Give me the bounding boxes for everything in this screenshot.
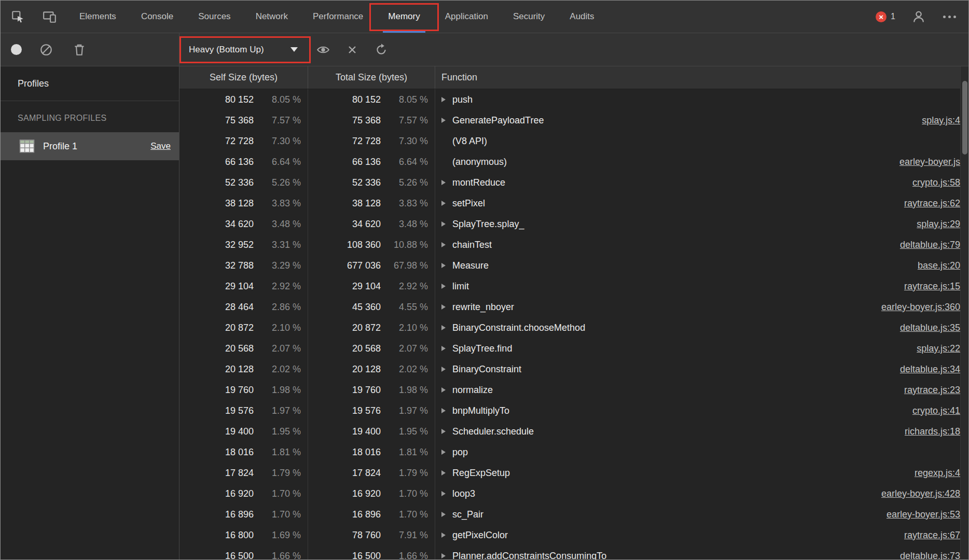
expand-arrow[interactable] [441,242,452,247]
table-row[interactable]: 29 104 2.92 % 29 104 2.92 % limit raytra… [179,276,960,297]
expand-arrow[interactable] [441,159,452,164]
column-header-total-size[interactable]: Total Size (bytes) [308,66,435,89]
source-link[interactable]: earley-boyer.js:360 [881,302,960,313]
table-row[interactable]: 66 136 6.64 % 66 136 6.64 % (anonymous) … [179,151,960,172]
tab-network[interactable]: Network [243,1,300,33]
expand-arrow[interactable] [441,450,452,455]
total-size-percent: 67.98 % [381,260,435,271]
source-link[interactable]: crypto.js:58 [912,177,960,188]
tab-memory[interactable]: Memory [376,1,432,33]
chevron-right-icon [441,118,446,123]
error-count-badge[interactable]: × 1 [876,11,895,22]
source-link[interactable]: earley-boyer.js [899,157,960,167]
table-row[interactable]: 32 788 3.29 % 677 036 67.98 % Measure ba… [179,255,960,276]
record-heap-button[interactable] [11,44,22,55]
source-link[interactable]: raytrace.js:15 [904,281,960,292]
tab-security[interactable]: Security [501,1,557,33]
tab-elements[interactable]: Elements [67,1,129,33]
source-link[interactable]: splay.js:4 [922,115,960,126]
save-profile-link[interactable]: Save [150,141,171,151]
table-row[interactable]: 18 016 1.81 % 18 016 1.81 % pop [179,442,960,463]
source-link[interactable]: earley-boyer.js:53 [887,509,960,520]
source-link[interactable]: richards.js:18 [905,426,960,437]
expand-arrow[interactable] [441,284,452,289]
expand-arrow[interactable] [441,263,452,268]
expand-arrow[interactable] [441,387,452,393]
tab-audits[interactable]: Audits [557,1,606,33]
expand-arrow[interactable] [441,221,452,227]
clear-profiles-button[interactable] [37,41,55,59]
exclude-selected-button[interactable] [343,41,361,59]
user-button[interactable] [910,8,928,25]
source-link[interactable]: earley-boyer.js:428 [881,488,960,499]
source-link[interactable]: regexp.js:4 [915,468,960,479]
vertical-scrollbar[interactable] [960,66,968,559]
expand-arrow[interactable] [441,533,452,538]
function-name: montReduce [452,177,505,188]
table-row[interactable]: 19 760 1.98 % 19 760 1.98 % normalize ra… [179,380,960,400]
expand-arrow[interactable] [441,512,452,517]
table-row[interactable]: 32 952 3.31 % 108 360 10.88 % chainTest … [179,234,960,255]
expand-arrow[interactable] [441,97,452,102]
source-link[interactable]: splay.js:29 [917,219,960,230]
expand-arrow[interactable] [441,138,452,144]
source-link[interactable]: splay.js:22 [917,343,960,354]
source-link[interactable]: base.js:20 [918,260,960,271]
expand-arrow[interactable] [441,408,452,413]
table-row[interactable]: 80 152 8.05 % 80 152 8.05 % push [179,89,960,110]
expand-arrow[interactable] [441,201,452,206]
table-row[interactable]: 20 568 2.07 % 20 568 2.07 % SplayTree.fi… [179,338,960,359]
expand-arrow[interactable] [441,491,452,496]
source-link[interactable]: raytrace.js:62 [904,198,960,209]
table-row[interactable]: 28 464 2.86 % 45 360 4.55 % rewrite_nboy… [179,297,960,317]
more-options-button[interactable] [942,12,957,21]
expand-arrow[interactable] [441,367,452,372]
expand-arrow[interactable] [441,429,452,434]
inspect-element-button[interactable] [9,8,26,25]
restore-all-button[interactable] [372,41,390,59]
table-row[interactable]: 17 824 1.79 % 17 824 1.79 % RegExpSetup … [179,463,960,483]
source-link[interactable]: raytrace.js:23 [904,385,960,396]
source-link[interactable]: crypto.js:41 [912,405,960,416]
source-link[interactable]: deltablue.js:79 [900,240,960,250]
table-row[interactable]: 34 620 3.48 % 34 620 3.48 % SplayTree.sp… [179,214,960,234]
expand-arrow[interactable] [441,304,452,310]
column-header-self-size[interactable]: Self Size (bytes) [179,66,308,89]
function-cell: RegExpSetup regexp.js:4 [435,463,960,483]
table-row[interactable]: 16 800 1.69 % 78 760 7.91 % getPixelColo… [179,525,960,545]
scrollbar-thumb[interactable] [962,81,967,155]
table-row[interactable]: 19 576 1.97 % 19 576 1.97 % bnpMultiplyT… [179,400,960,421]
expand-arrow[interactable] [441,346,452,351]
source-link[interactable]: deltablue.js:34 [900,364,960,375]
profile-view-dropdown[interactable]: Heavy (Bottom Up) [184,39,303,60]
delete-profile-button[interactable] [71,41,88,59]
tab-application[interactable]: Application [433,1,501,33]
table-row[interactable]: 72 728 7.30 % 72 728 7.30 % (V8 API) [179,131,960,151]
tab-sources[interactable]: Sources [186,1,243,33]
table-row[interactable]: 20 872 2.10 % 20 872 2.10 % BinaryConstr… [179,317,960,338]
table-row[interactable]: 75 368 7.57 % 75 368 7.57 % GeneratePayl… [179,110,960,131]
table-row[interactable]: 52 336 5.26 % 52 336 5.26 % montReduce c… [179,172,960,193]
source-link[interactable]: deltablue.js:73 [900,551,960,560]
table-row[interactable]: 16 500 1.66 % 16 500 1.66 % Planner.addC… [179,545,960,559]
self-size-value: 32 788 [179,260,254,271]
focus-selected-button[interactable] [314,41,332,59]
table-row[interactable]: 16 896 1.70 % 16 896 1.70 % sc_Pair earl… [179,504,960,525]
expand-arrow[interactable] [441,180,452,185]
source-link[interactable]: raytrace.js:67 [904,530,960,541]
table-row[interactable]: 38 128 3.83 % 38 128 3.83 % setPixel ray… [179,193,960,214]
column-header-function[interactable]: Function [435,66,960,89]
device-toolbar-button[interactable] [41,8,59,25]
expand-arrow[interactable] [441,118,452,123]
total-size-cell: 18 016 1.81 % [308,442,435,463]
expand-arrow[interactable] [441,553,452,558]
table-row[interactable]: 19 400 1.95 % 19 400 1.95 % Scheduler.sc… [179,421,960,442]
table-row[interactable]: 20 128 2.02 % 20 128 2.02 % BinaryConstr… [179,359,960,380]
expand-arrow[interactable] [441,325,452,330]
table-row[interactable]: 16 920 1.70 % 16 920 1.70 % loop3 earley… [179,483,960,504]
tab-performance[interactable]: Performance [300,1,376,33]
expand-arrow[interactable] [441,470,452,475]
profile-item[interactable]: Profile 1 Save [1,132,179,160]
source-link[interactable]: deltablue.js:35 [900,323,960,333]
tab-console[interactable]: Console [129,1,186,33]
